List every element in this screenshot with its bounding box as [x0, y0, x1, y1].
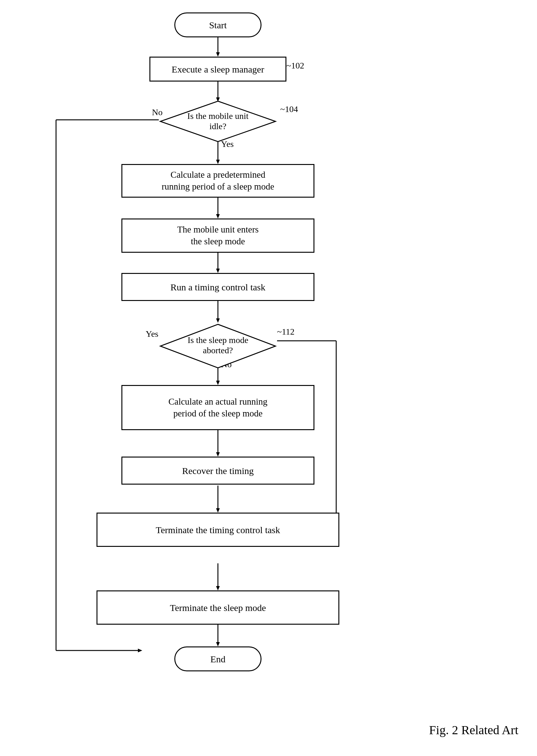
ref-102: ~102	[286, 61, 304, 70]
flowchart-diagram: No Yes Yes No ~100 ~102 ~104 ~106 ~108 ~…	[0, 0, 537, 756]
node-116: Recover the timing	[121, 457, 314, 485]
node-116-label: Recover the timing	[182, 465, 254, 477]
svg-marker-13	[216, 269, 220, 273]
ref-104: ~104	[280, 104, 298, 114]
node-112-label: Is the sleep mode	[187, 335, 248, 345]
node-110: Run a timing control task	[121, 273, 314, 301]
node-106: Calculate a predeterminedrunning period …	[121, 164, 314, 198]
node-102-label: Execute a sleep manager	[172, 63, 264, 75]
svg-marker-25	[216, 508, 220, 513]
node-118-label: Terminate the timing control task	[156, 524, 280, 536]
end-label: End	[210, 653, 226, 665]
node-104-wrapper: Is the mobile unit idle?	[159, 99, 277, 143]
svg-marker-15	[216, 318, 220, 323]
svg-marker-29	[216, 642, 220, 647]
svg-marker-11	[216, 214, 220, 219]
node-108-label: The mobile unit entersthe sleep mode	[177, 224, 259, 247]
node-104-label: Is the mobile unit	[187, 111, 249, 121]
svg-marker-9	[138, 649, 142, 652]
node-114-label: Calculate an actual runningperiod of the…	[168, 396, 268, 419]
svg-marker-27	[216, 586, 220, 590]
figure-caption: Fig. 2 Related Art	[429, 723, 518, 737]
end-node: End	[174, 647, 262, 671]
node-114: Calculate an actual runningperiod of the…	[121, 385, 314, 430]
node-118: Terminate the timing control task	[97, 513, 339, 547]
svg-marker-1	[216, 52, 220, 57]
node-104-label2: idle?	[210, 121, 226, 131]
start-label: Start	[209, 19, 227, 31]
node-108: The mobile unit entersthe sleep mode	[121, 219, 314, 253]
svg-marker-5	[216, 160, 220, 164]
ref-112: ~112	[277, 327, 295, 337]
start-node: Start	[174, 13, 262, 37]
node-110-label: Run a timing control task	[171, 281, 266, 293]
node-112-label2: aborted?	[203, 345, 233, 355]
svg-marker-23	[216, 452, 220, 457]
node-120: Terminate the sleep mode	[97, 590, 339, 625]
node-102: Execute a sleep manager	[149, 57, 286, 82]
caption-text: Fig. 2 Related Art	[429, 723, 518, 737]
diamond-104-svg: Is the mobile unit idle?	[159, 99, 277, 143]
node-112-wrapper: Is the sleep mode aborted?	[159, 323, 277, 370]
svg-marker-17	[216, 381, 220, 385]
node-106-label: Calculate a predeterminedrunning period …	[162, 169, 274, 192]
node-120-label: Terminate the sleep mode	[170, 602, 266, 614]
diamond-112-svg: Is the sleep mode aborted?	[159, 323, 277, 370]
yes-label-112: Yes	[146, 329, 158, 338]
